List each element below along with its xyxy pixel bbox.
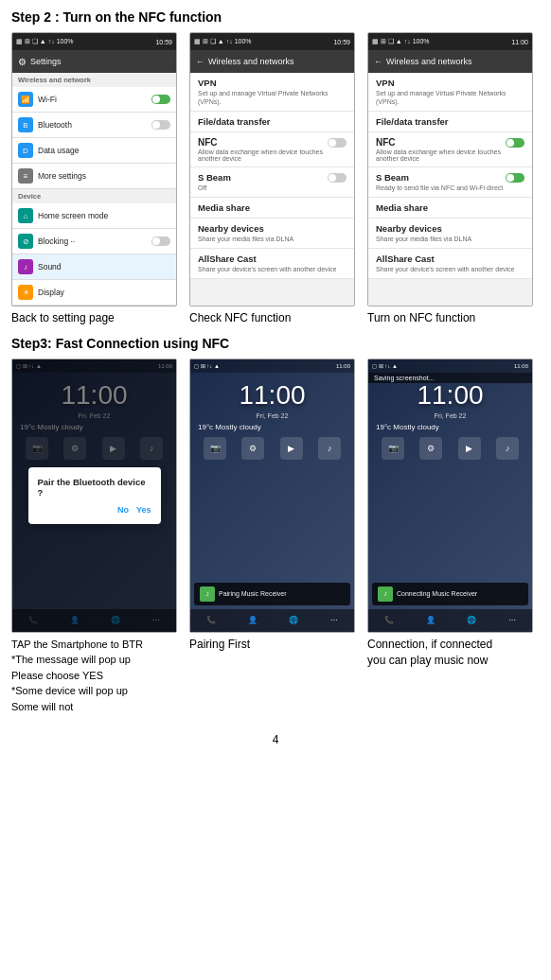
dialog-yes-button[interactable]: Yes — [136, 505, 151, 515]
nav-more-icon-3[interactable]: ⋯ — [508, 616, 516, 624]
phone-time-3: 11:00 — [514, 363, 528, 369]
display-icon: ☀ — [18, 285, 33, 300]
settings-more[interactable]: ≡ More settings — [12, 164, 176, 189]
settings-home-screen[interactable]: ⌂ Home screen mode — [12, 203, 176, 229]
sbeam-toggle-on[interactable] — [506, 173, 524, 183]
nav-browser-icon-2[interactable]: 🌐 — [289, 616, 298, 624]
phone-time-2: 11:00 — [336, 363, 350, 369]
app-icon-3d: ♪ — [496, 437, 519, 460]
media-share-title: Media share — [198, 202, 347, 213]
settings-blocking[interactable]: ⊘ Blocking ·· — [12, 229, 176, 254]
sbeam-sub-on: Ready to send file via NFC and Wi-Fi dir… — [376, 184, 524, 192]
phone-date-2: Fri, Feb 22 — [190, 412, 354, 419]
step3-screenshot-pairing: ◻ ⊞ ↑↓ ▲ 11:00 11:00 Fri, Feb 22 19°c Mo… — [189, 359, 355, 633]
app-icon-2c: ▶ — [280, 437, 303, 460]
nfc-sub-on: Allow data exchange when device touches … — [376, 149, 524, 162]
nearby-sub: Share your media files via DLNA — [198, 235, 347, 243]
sbeam-item-off[interactable]: S Beam Off — [190, 167, 354, 198]
settings-wifi[interactable]: 📶 Wi-Fi — [12, 87, 176, 113]
step3-screenshots-row: ◻ ⊞ ↑↓ ▲ 11:00 11:00 Fri. Feb 22 19°c Mo… — [11, 359, 540, 715]
vpn-title-2: VPN — [376, 78, 524, 88]
sbeam-item-on[interactable]: S Beam Ready to send file via NFC and Wi… — [368, 167, 532, 198]
nav-phone-icon-3[interactable]: 📞 — [384, 616, 394, 624]
status-time-2: 10:59 — [333, 39, 350, 45]
settings-bluetooth[interactable]: B Bluetooth — [12, 113, 176, 138]
display-label: Display — [38, 288, 170, 297]
file-transfer-item[interactable]: File/data transfer — [190, 112, 354, 132]
app-icon-2a: 📷 — [204, 437, 226, 460]
settings-header: ⚙ Settings — [12, 50, 176, 73]
file-transfer-title-2: File/data transfer — [376, 116, 524, 127]
status-time: 10:59 — [155, 39, 172, 45]
vpn-item-2[interactable]: VPN Set up and manage Virtual Private Ne… — [368, 73, 532, 112]
dialog-overlay: Pair the Bluetooth device ? No Yes — [12, 359, 176, 632]
nav-phone-icon-2[interactable]: 📞 — [206, 616, 216, 624]
step2-screenshots-row: ▦ ⊞ ❏ ▲ ↑↓ 100% 10:59 ⚙ Settings Wireles… — [11, 32, 540, 326]
vpn-title: VPN — [198, 78, 347, 88]
gear-icon: ⚙ — [18, 57, 27, 67]
connecting-text: Connecting Music Receiver — [397, 590, 477, 597]
sound-icon: ♪ — [18, 259, 33, 274]
allshare-sub-2: Share your device's screen with another … — [376, 265, 524, 273]
vpn-item[interactable]: VPN Set up and manage Virtual Private Ne… — [190, 73, 354, 112]
wireless-header-2: ← Wireless and networks — [190, 50, 354, 73]
wifi-toggle[interactable] — [151, 95, 170, 104]
file-transfer-item-2[interactable]: File/data transfer — [368, 112, 532, 132]
phone-status-bar-2: ◻ ⊞ ↑↓ ▲ 11:00 — [190, 359, 354, 373]
status-bar: ▦ ⊞ ❏ ▲ ↑↓ 100% 10:59 — [12, 33, 176, 50]
media-share-item-2[interactable]: Media share — [368, 198, 532, 219]
step3-col-3: ◻ ⊞ ↑↓ ▲ 11:00 Saving screenshot... 11:0… — [367, 359, 540, 715]
step2-col-3: ▦ ⊞ ❏ ▲ ↑↓ 100% 11:00 ← Wireless and net… — [367, 32, 540, 326]
nfc-title-on: NFC — [376, 137, 396, 148]
step2-caption-2: Check NFC function — [189, 310, 291, 326]
phone-status-bar-3: ◻ ⊞ ↑↓ ▲ 11:00 — [368, 359, 532, 373]
status-bar-2: ▦ ⊞ ❏ ▲ ↑↓ 100% 10:59 — [190, 33, 354, 50]
nearby-item-2[interactable]: Nearby devices Share your media files vi… — [368, 219, 532, 249]
allshare-item-2[interactable]: AllShare Cast Share your device's screen… — [368, 249, 532, 279]
bluetooth-toggle[interactable] — [151, 120, 170, 130]
app-icon-3c: ▶ — [458, 437, 481, 460]
step2-title: Step 2 : Turn on the NFC function — [11, 9, 540, 25]
home-screen-label: Home screen mode — [38, 211, 170, 220]
nfc-toggle-off[interactable] — [328, 138, 347, 148]
dialog-title: Pair the Bluetooth device ? — [38, 477, 151, 498]
nfc-item-off[interactable]: NFC Allow data exchange when device touc… — [190, 132, 354, 167]
dialog-no-button[interactable]: No — [117, 505, 129, 515]
phone-weather-2: 19°c Mostly cloudy — [190, 423, 354, 431]
page-number: 4 — [11, 733, 540, 746]
step2-screenshot-nfc-off: ▦ ⊞ ❏ ▲ ↑↓ 100% 10:59 ← Wireless and net… — [189, 32, 355, 306]
settings-display[interactable]: ☀ Display — [12, 280, 176, 306]
settings-sound[interactable]: ♪ Sound — [12, 254, 176, 280]
nav-more-icon-2[interactable]: ⋯ — [330, 616, 338, 624]
media-share-item[interactable]: Media share — [190, 198, 354, 219]
step2-caption-1: Back to setting page — [11, 310, 115, 326]
nfc-toggle-on[interactable] — [506, 138, 524, 148]
wireless-header-label-3: Wireless and networks — [386, 57, 472, 66]
nfc-item-on[interactable]: NFC Allow data exchange when device touc… — [368, 132, 532, 167]
nearby-item[interactable]: Nearby devices Share your media files vi… — [190, 219, 354, 249]
bluetooth-label: Bluetooth — [38, 120, 151, 130]
step3-caption-1: TAP the Smartphone to BTR *The message w… — [11, 637, 143, 715]
app-icon-2b: ⚙ — [241, 437, 264, 460]
data-usage-label: Data usage — [38, 146, 170, 155]
nav-contacts-icon-3[interactable]: 👤 — [426, 616, 435, 624]
step2-caption-3: Turn on NFC function — [367, 310, 475, 326]
blocking-toggle[interactable] — [151, 236, 170, 246]
step3-caption-3: Connection, if connected you can play mu… — [367, 637, 492, 669]
settings-data-usage[interactable]: D Data usage — [12, 138, 176, 164]
sbeam-title-on: S Beam — [376, 172, 524, 183]
app-icon-3a: 📷 — [382, 437, 404, 460]
step2-screenshot-settings: ▦ ⊞ ❏ ▲ ↑↓ 100% 10:59 ⚙ Settings Wireles… — [11, 32, 177, 306]
vpn-sub: Set up and manage Virtual Private Networ… — [198, 89, 347, 106]
phone-weather-3: 19°c Mostly cloudy — [368, 423, 532, 431]
settings-header-label: Settings — [30, 57, 62, 66]
allshare-item[interactable]: AllShare Cast Share your device's screen… — [190, 249, 354, 279]
phone-date-3: Fri, Feb 22 — [368, 412, 532, 419]
nav-contacts-icon-2[interactable]: 👤 — [248, 616, 258, 624]
phone-status-icons-2: ◻ ⊞ ↑↓ ▲ — [194, 362, 220, 369]
nav-browser-icon-3[interactable]: 🌐 — [467, 616, 476, 624]
status-time-3: 11:00 — [511, 39, 528, 45]
sbeam-toggle-off[interactable] — [328, 173, 347, 183]
status-icons-3: ▦ ⊞ ❏ ▲ ↑↓ 100% — [372, 38, 430, 45]
step3-title: Step3: Fast Connection using NFC — [11, 336, 540, 351]
